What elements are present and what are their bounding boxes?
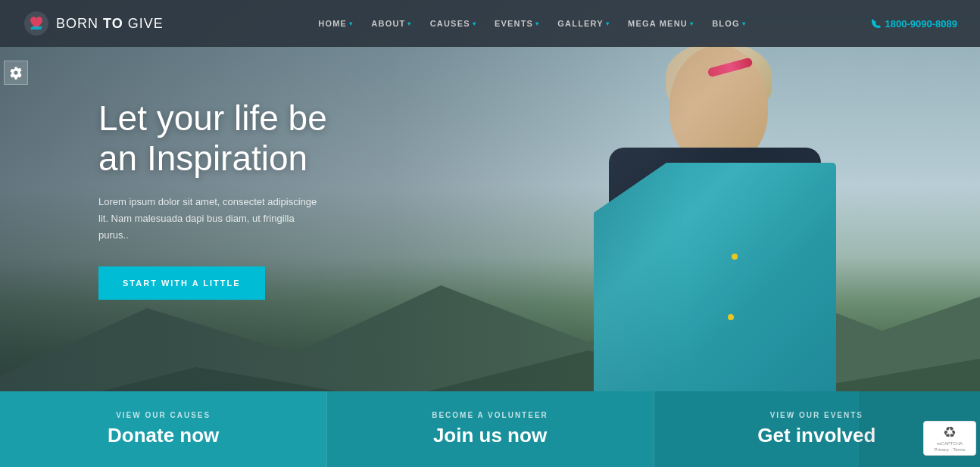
nav-item-blog[interactable]: BLOG ▾ <box>704 13 754 34</box>
chevron-down-icon: ▾ <box>349 20 353 27</box>
recaptcha-logo: ♻ <box>943 425 957 440</box>
nav-item-events[interactable]: EVENTS ▾ <box>487 13 547 34</box>
navbar: BORN TO GIVE HOME ▾ ABOUT ▾ CAUSES ▾ EVE… <box>0 0 980 47</box>
nav-links: HOME ▾ ABOUT ▾ CAUSES ▾ EVENTS ▾ GALLERY… <box>194 13 871 34</box>
chevron-down-icon: ▾ <box>535 20 539 27</box>
recaptcha-terms: Privacy - Terms <box>934 447 965 452</box>
nav-item-causes[interactable]: CAUSES ▾ <box>423 13 484 34</box>
nav-item-about[interactable]: ABOUT ▾ <box>364 13 419 34</box>
gear-icon <box>9 66 23 79</box>
nav-item-mega-menu[interactable]: MEGA MENU ▾ <box>620 13 701 34</box>
strip-divider-1 <box>326 391 327 467</box>
strip-label-events: VIEW OUR EVENTS <box>770 411 863 419</box>
hero-content: Let your life be an Inspiration Lorem ip… <box>98 98 327 300</box>
strip-label-causes: VIEW OUR CAUSES <box>116 411 211 419</box>
logo-text: BORN TO GIVE <box>56 16 164 32</box>
chevron-down-icon: ▾ <box>473 20 476 27</box>
recaptcha-badge[interactable]: ♻ reCAPTCHA Privacy - Terms <box>923 421 976 456</box>
logo[interactable]: BORN TO GIVE <box>23 10 164 37</box>
hero-cta-button[interactable]: START WITH A LITTLE <box>98 266 265 300</box>
chevron-down-icon: ▾ <box>606 20 610 27</box>
strip-title-events: Get involved <box>757 424 875 447</box>
nav-phone[interactable]: 1800-9090-8089 <box>871 18 957 30</box>
strip-label-volunteer: BECOME A VOLUNTEER <box>432 411 548 419</box>
strip-divider-2 <box>654 391 654 467</box>
chevron-down-icon: ▾ <box>742 20 746 27</box>
nav-item-gallery[interactable]: GALLERY ▾ <box>550 13 617 34</box>
strip-title-causes: Donate now <box>108 424 219 447</box>
hero-section: BORN TO GIVE HOME ▾ ABOUT ▾ CAUSES ▾ EVE… <box>0 0 980 467</box>
nav-item-home[interactable]: HOME ▾ <box>311 13 360 34</box>
phone-icon <box>871 18 882 29</box>
hero-title: Let your life be an Inspiration <box>98 98 327 179</box>
strip-item-volunteer[interactable]: BECOME A VOLUNTEER Join us now <box>326 391 653 467</box>
chevron-down-icon: ▾ <box>690 20 694 27</box>
logo-icon <box>23 10 50 37</box>
strip-title-volunteer: Join us now <box>433 424 547 447</box>
recaptcha-text: reCAPTCHA <box>937 441 963 446</box>
strip-item-causes[interactable]: VIEW OUR CAUSES Donate now <box>0 391 326 467</box>
settings-icon[interactable] <box>4 61 28 85</box>
bottom-strip: VIEW OUR CAUSES Donate now BECOME A VOLU… <box>0 391 980 467</box>
chevron-down-icon: ▾ <box>407 20 411 27</box>
hero-subtitle: Lorem ipsum dolor sit amet, consectet ad… <box>98 194 326 244</box>
